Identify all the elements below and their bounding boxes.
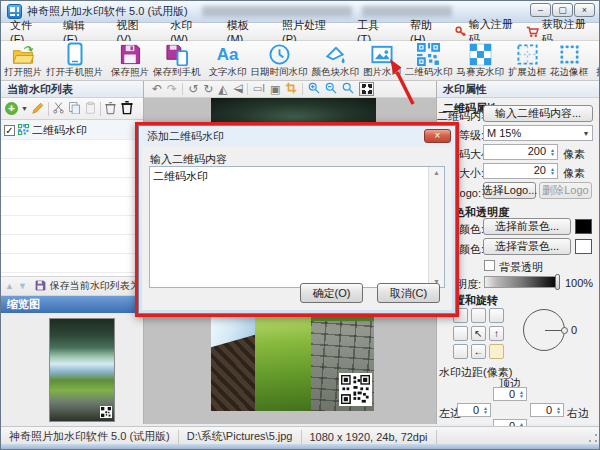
move-down-button[interactable]: ▼ — [18, 281, 27, 291]
position-bottom-left[interactable] — [453, 344, 468, 359]
copy-button[interactable] — [68, 101, 81, 116]
position-bottom-center[interactable]: ← — [471, 344, 486, 359]
add-dropdown-caret-icon[interactable]: ▼ — [21, 105, 28, 112]
properties-panel: 水印属性 二维码属性 二维码内容: 输入二维码内容... 容错等级: M 15%… — [436, 81, 599, 424]
watermark-list-header: 当前水印列表 — [1, 81, 143, 98]
color-block-watermark-button[interactable]: 颜色块水印 — [310, 41, 362, 80]
enter-qr-content-button[interactable]: 输入二维码内容... — [483, 105, 593, 122]
zoom-out-icon[interactable] — [325, 82, 337, 96]
save-photo-button[interactable]: 保存照片 — [109, 41, 151, 80]
select-logo-button[interactable]: 选择Logo... — [483, 182, 536, 199]
top-margin-spinner[interactable]: 0 ▲▼ — [493, 387, 527, 401]
position-middle-center[interactable]: ↖ — [471, 326, 486, 341]
spinner-arrows-icon[interactable]: ▲▼ — [548, 145, 557, 159]
select-foreground-button[interactable]: 选择前景色... — [483, 218, 571, 235]
position-middle-right[interactable]: ↑ — [489, 326, 504, 341]
menu-bar: 文件(F) 编辑(E) 视图(V) 水印(W) 模板(M) 照片处理(P) 工具… — [1, 23, 599, 41]
photo-preview[interactable] — [211, 312, 374, 411]
spinner-arrows-icon[interactable]: ▲▼ — [554, 404, 563, 416]
open-photo-button[interactable]: 打开照片 — [2, 41, 44, 80]
batch-watermark-button[interactable]: 批 批量加水印 — [594, 41, 600, 80]
photo-green-hedge — [255, 312, 313, 411]
scroll-up-icon[interactable]: ▲ — [433, 169, 440, 176]
select-background-button[interactable]: 选择背景色... — [483, 238, 571, 255]
maximize-button[interactable]: ▢ — [552, 3, 573, 17]
open-phone-photo-button[interactable]: 打开手机照片 — [44, 41, 105, 80]
save-to-phone-button[interactable]: 保存到手机 — [151, 41, 203, 80]
opacity-slider-handle[interactable] — [555, 274, 560, 290]
window-title: 神奇照片加水印软件 5.0 (试用版) — [27, 4, 188, 19]
undo-icon[interactable]: ↶ — [152, 83, 162, 95]
left-margin-spinner[interactable]: 0 ▲▼ — [457, 403, 491, 417]
qr-watermark-button[interactable]: 二维码水印 — [403, 41, 455, 80]
flip-horizontal-icon[interactable]: ◭ — [218, 83, 227, 95]
fit-screen-icon[interactable]: ▣ — [270, 84, 280, 95]
dialog-close-button[interactable]: × — [424, 129, 451, 143]
qr-size-spinner[interactable]: 200 ▲▼ — [483, 144, 558, 160]
margin-size-spinner[interactable]: 20 ▲▼ — [483, 163, 558, 179]
rotation-dial-knob[interactable] — [561, 327, 568, 334]
delete-watermark-button[interactable] — [104, 101, 117, 117]
resize-grip[interactable] — [588, 433, 598, 443]
lace-frame-button[interactable]: 花边像框 — [548, 41, 590, 80]
rotate-left-icon[interactable]: ↺ — [188, 83, 198, 95]
save-template-icon — [35, 280, 46, 293]
move-up-button[interactable]: ▲ — [5, 281, 14, 291]
paste-button[interactable] — [84, 101, 97, 116]
save-template-label[interactable]: 保存当前水印列表为模板 — [50, 279, 143, 293]
zoom-in-icon[interactable] — [308, 82, 320, 96]
position-top-right[interactable] — [489, 308, 504, 323]
mosaic-watermark-button[interactable]: 马赛克水印 — [455, 41, 507, 80]
arrow-up-left-icon: ↖ — [474, 329, 482, 339]
cancel-button[interactable]: 取消(C) — [377, 283, 440, 303]
cut-button[interactable] — [52, 101, 65, 116]
delete-logo-button[interactable]: 删除Logo — [539, 182, 592, 199]
edit-watermark-button[interactable] — [31, 101, 45, 117]
open-folder-icon — [11, 43, 35, 66]
right-margin-spinner[interactable]: 0 ▲▼ — [530, 403, 564, 417]
zoom-actual-icon[interactable] — [342, 82, 354, 96]
empty-row — [1, 197, 143, 216]
mosaic-icon — [469, 43, 492, 66]
status-bar: 神奇照片加水印软件 5.0 (试用版) D:\系统\Pictures\5.jpg… — [1, 426, 599, 446]
watermark-list-toolbar: + ▼ — [1, 98, 143, 120]
spinner-arrows-icon[interactable]: ▲▼ — [548, 164, 557, 178]
status-file-path: D:\系统\Pictures\5.jpg — [179, 429, 301, 444]
crop-icon[interactable] — [285, 82, 297, 96]
error-level-select[interactable]: M 15% ▼ — [483, 125, 593, 141]
toggle-grid-button[interactable] — [359, 82, 374, 96]
opacity-slider[interactable] — [484, 276, 559, 288]
text-watermark-button[interactable]: Aa 文字水印 — [207, 41, 249, 80]
datetime-watermark-button[interactable]: 日期时间水印 — [249, 41, 310, 80]
qr-watermark-on-photo[interactable] — [339, 373, 372, 406]
close-button[interactable]: × — [574, 3, 595, 17]
rotation-dial[interactable] — [523, 309, 565, 351]
position-middle-left[interactable] — [453, 326, 468, 341]
minimize-button[interactable]: – — [530, 3, 551, 17]
clear-all-button[interactable] — [120, 100, 134, 117]
ok-button[interactable]: 确定(O) — [300, 283, 363, 303]
textarea-scrollbar[interactable]: ▲ ▼ — [428, 167, 444, 287]
phone-icon — [67, 42, 83, 66]
item-checkbox[interactable]: ✓ — [4, 125, 15, 136]
rotate-right-icon[interactable]: ↻ — [203, 83, 213, 95]
dialog-title: 添加二维码水印 — [139, 126, 455, 146]
expand-border-button[interactable]: 扩展边框 — [506, 41, 548, 80]
position-bottom-right-selected[interactable] — [489, 344, 504, 359]
flip-vertical-icon[interactable]: ◭ — [231, 84, 243, 93]
qr-content-textarea[interactable]: 二维码水印 — [150, 167, 428, 287]
add-watermark-button[interactable]: + — [5, 102, 18, 115]
position-top-center[interactable] — [471, 308, 486, 323]
background-transparent-checkbox[interactable] — [484, 260, 495, 271]
watermark-list-item[interactable]: ✓ 二维码水印 — [1, 121, 143, 140]
empty-row — [1, 254, 143, 273]
redo-icon[interactable]: ↷ — [167, 83, 177, 95]
background-transparent-label: 背景透明 — [499, 260, 543, 275]
spinner-arrows-icon[interactable]: ▲▼ — [517, 388, 526, 400]
picture-watermark-button[interactable]: 图片水印 — [361, 41, 403, 80]
lace-frame-icon — [558, 43, 581, 66]
floppy-icon — [119, 43, 142, 66]
resize-icon[interactable]: ▭I — [253, 84, 265, 94]
photo-thumbnail[interactable] — [49, 318, 115, 422]
spinner-arrows-icon[interactable]: ▲▼ — [481, 404, 490, 416]
